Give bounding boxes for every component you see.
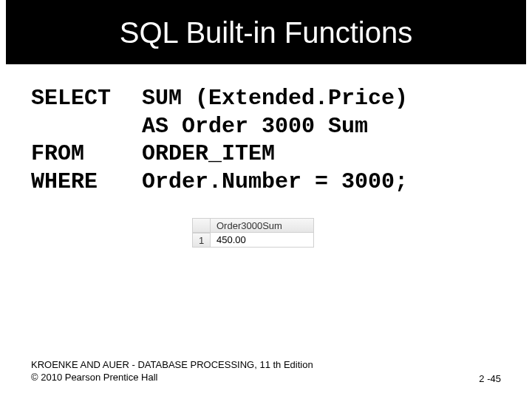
sql-from-keyword: FROM: [31, 140, 142, 168]
footer-page-number: 2 -45: [479, 373, 501, 384]
result-corner-cell: [193, 218, 211, 233]
sql-select-keyword: SELECT: [31, 85, 142, 113]
sql-where-keyword: WHERE: [31, 168, 142, 197]
sql-as-alias: AS Order 3000 Sum: [142, 113, 368, 141]
footer-citation-line2: © 2010 Pearson Prentice Hall: [31, 372, 313, 384]
sql-select-expression: SUM (Extended.Price): [142, 85, 408, 113]
sql-code-block: SELECT SUM (Extended.Price) AS Order 300…: [31, 85, 532, 196]
slide-title: SQL Built-in Functions: [6, 0, 526, 64]
result-column-header: Order3000Sum: [211, 218, 314, 233]
sql-where-condition: Order.Number = 3000;: [142, 168, 408, 197]
result-value-cell: 450.00: [211, 233, 314, 248]
slide-footer: KROENKE AND AUER - DATABASE PROCESSING, …: [31, 359, 501, 384]
sql-from-table: ORDER_ITEM: [142, 140, 275, 168]
footer-citation-line1: KROENKE AND AUER - DATABASE PROCESSING, …: [31, 359, 313, 372]
sql-indent: [31, 113, 142, 141]
result-row-number: 1: [193, 233, 211, 248]
query-result-grid: 1 Order3000Sum 450.00: [192, 218, 340, 248]
